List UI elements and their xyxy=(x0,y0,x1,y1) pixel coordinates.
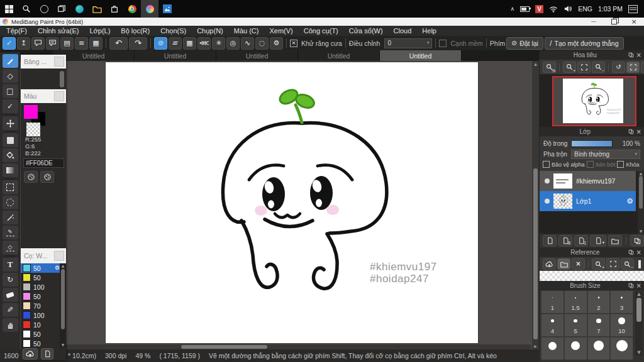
opacity-slider[interactable] xyxy=(571,140,613,147)
chat-button[interactable] xyxy=(46,37,59,50)
brush-list-scrollbar[interactable]: ▲ ▼ xyxy=(60,263,66,348)
snap-radial-button[interactable]: ✳ xyxy=(212,37,225,50)
brush-size-cell[interactable] xyxy=(587,337,611,360)
clipping-checkbox[interactable] xyxy=(587,161,594,168)
reference-scroll-indicator[interactable] xyxy=(638,260,641,268)
board-panel-collapse-button[interactable] xyxy=(54,57,64,67)
snap-off-button[interactable]: ⊘ xyxy=(154,37,167,50)
reference-preview-strip[interactable] xyxy=(540,271,644,281)
eraser-tool[interactable]: ◇ xyxy=(3,69,18,83)
close-icon[interactable]: × xyxy=(636,129,641,135)
layer-list-scrollbar[interactable]: ▲ ▼ xyxy=(638,171,644,234)
taskbar-edge-button[interactable] xyxy=(70,0,88,18)
select-marquee-tool[interactable] xyxy=(3,180,18,194)
palette-menu-button[interactable] xyxy=(40,171,54,183)
board-scrollbar[interactable] xyxy=(60,71,64,87)
adjust-dropdown[interactable]: 0 ▾ xyxy=(384,38,432,48)
brush-size-scrollbar[interactable]: ▲ ▼ xyxy=(635,292,643,356)
hand-tool[interactable] xyxy=(3,318,18,332)
close-button[interactable]: × xyxy=(624,18,644,26)
brush-size-cell[interactable] xyxy=(610,337,633,360)
canvas-horizontal-scrollbar[interactable] xyxy=(21,344,531,349)
brush-item[interactable]: 50 xyxy=(21,329,61,339)
scroll-up-icon[interactable]: ▲ xyxy=(640,172,643,175)
menu-filter[interactable]: Bộ lọc(R) xyxy=(121,27,150,35)
fill-rect-tool[interactable] xyxy=(3,133,18,147)
document-tab-4[interactable]: Untitled xyxy=(298,50,380,61)
reference-cloud-button[interactable] xyxy=(543,258,556,270)
menu-file[interactable]: Tệp(F) xyxy=(6,27,27,35)
menu-snap[interactable]: Chụp(N) xyxy=(197,27,223,35)
reference-open-button[interactable] xyxy=(557,258,570,270)
brush-panel-header[interactable]: Cọ: W... xyxy=(21,248,66,263)
close-icon[interactable]: × xyxy=(636,283,641,289)
layer-scroll-thumb[interactable] xyxy=(639,176,643,209)
protect-alpha-checkbox[interactable] xyxy=(543,161,550,168)
brush-item[interactable]: 100 xyxy=(21,282,61,292)
cortana-button[interactable] xyxy=(35,0,53,18)
scroll-down-icon[interactable]: ▼ xyxy=(637,351,640,355)
navigator-preview[interactable]: #khiemvu197#hoidap247 xyxy=(540,74,644,127)
snap-concentric-button[interactable]: ◎ xyxy=(226,37,240,50)
reference-fit-button[interactable] xyxy=(606,258,619,270)
brush-item-selected[interactable]: 50 ⚙ xyxy=(21,263,61,273)
brush-size-cell[interactable]: 3 xyxy=(610,290,633,314)
board-panel-header[interactable]: Bảng ... xyxy=(21,55,66,69)
nav-zoom-in-button[interactable]: + xyxy=(563,62,576,73)
snap-ellipse-button[interactable]: ◌ xyxy=(255,37,269,50)
menu-tools[interactable]: Công cụ(T) xyxy=(304,27,338,35)
brush-item[interactable]: 50 xyxy=(21,292,61,301)
brush-size-cell[interactable]: 4 xyxy=(541,314,564,337)
nav-zoom-percent-button[interactable]: % xyxy=(543,62,556,73)
start-button[interactable] xyxy=(0,0,18,18)
menu-view[interactable]: Xem(V) xyxy=(269,27,292,35)
add-1bit-layer-button[interactable]: 1 xyxy=(574,235,588,246)
brush-tool[interactable] xyxy=(3,54,18,68)
hscroll-thumb[interactable] xyxy=(181,345,267,349)
nav-fit-button[interactable] xyxy=(577,62,591,73)
scroll-down-icon[interactable]: ▼ xyxy=(62,343,65,347)
brush-size-cell[interactable]: 1 xyxy=(541,290,564,314)
move-tool[interactable] xyxy=(3,116,18,130)
vscroll-thumb[interactable] xyxy=(533,168,538,339)
add-layer-button[interactable] xyxy=(543,235,557,246)
scroll-up-icon[interactable]: ▲ xyxy=(534,62,537,66)
brush-size-cell[interactable]: 7 xyxy=(587,314,611,337)
color-panel-header[interactable]: Màu xyxy=(21,89,66,103)
select-pen-tool[interactable]: ✎ xyxy=(3,226,18,239)
document-button[interactable]: ▤ xyxy=(60,37,74,50)
menu-color[interactable]: Màu (C) xyxy=(234,27,259,35)
popout-icon[interactable] xyxy=(628,129,634,134)
hex-color-field[interactable]: #FF06DE xyxy=(23,158,64,168)
language-indicator[interactable]: ENG xyxy=(578,5,592,13)
nav-reset-rotation-button[interactable]: ⚙ xyxy=(641,62,644,73)
nav-rotate-ccw-button[interactable]: ↺ xyxy=(612,62,625,73)
taskbar-explorer-button[interactable] xyxy=(88,0,106,18)
panel-collapse-icon[interactable]: ▶ xyxy=(534,344,537,348)
magic-wand-tool[interactable] xyxy=(3,211,18,224)
gradient-tool[interactable] xyxy=(3,163,18,177)
snap-vanishing-button[interactable]: ⋘ xyxy=(197,37,211,50)
document-tab-5-active[interactable]: Untitled xyxy=(380,50,462,61)
duplicate-layer-button[interactable] xyxy=(630,235,644,246)
select-rect-tool[interactable]: □ xyxy=(3,84,18,98)
scroll-up-icon[interactable]: ▲ xyxy=(62,264,65,268)
reference-clear-button[interactable]: × xyxy=(572,258,585,270)
taskbar-photos-button[interactable] xyxy=(158,0,176,18)
undo-button[interactable]: ↶ xyxy=(109,37,128,50)
color-panel-collapse-button[interactable] xyxy=(54,91,64,101)
lasso-tool[interactable] xyxy=(3,195,18,209)
restore-button[interactable] xyxy=(604,18,624,26)
action-center-icon[interactable] xyxy=(628,5,638,13)
tray-chevron-icon[interactable]: ∧ xyxy=(511,6,515,12)
palette-edit-button[interactable]: ▦ xyxy=(89,37,103,50)
brush-scroll-thumb[interactable] xyxy=(61,269,65,329)
blend-dropdown[interactable]: Bình thường ▾ xyxy=(571,150,640,159)
brush-item[interactable]: 100 xyxy=(21,310,61,320)
brush-size-cell[interactable]: 5 xyxy=(564,314,587,337)
reset-button[interactable]: ⊘ Đặt lại xyxy=(506,37,543,50)
canvas-vertical-scrollbar[interactable]: ▲ ▶ xyxy=(532,61,539,349)
snap-parallel-button[interactable]: ≡ xyxy=(169,37,182,50)
palette-button[interactable] xyxy=(24,171,38,183)
brush-size-cell[interactable] xyxy=(564,337,587,360)
